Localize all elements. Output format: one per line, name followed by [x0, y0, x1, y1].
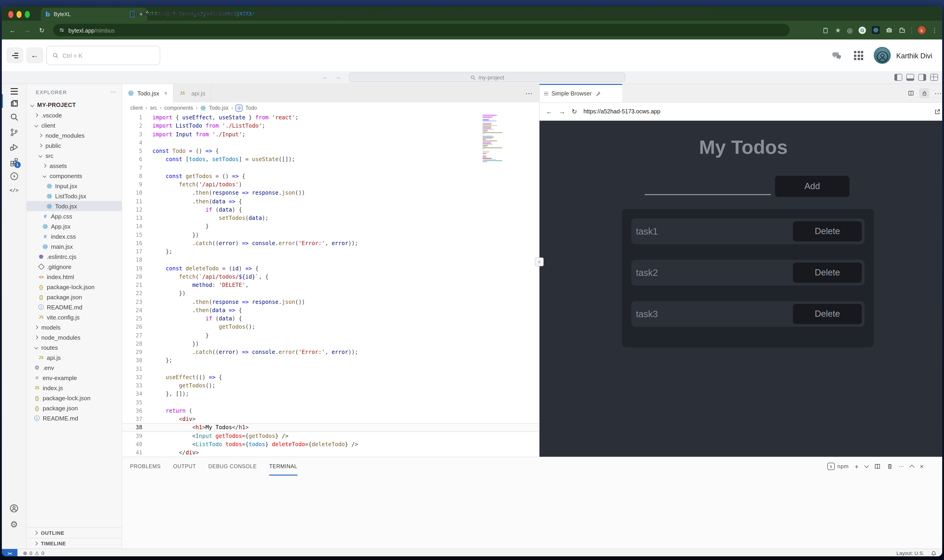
nav-forward-icon[interactable]: →	[559, 108, 565, 115]
history-back-icon[interactable]: ←	[322, 74, 328, 80]
extensions-puzzle-icon[interactable]	[899, 27, 906, 34]
tree-item[interactable]: src	[27, 151, 122, 161]
todo-input-field[interactable]	[645, 180, 771, 195]
maximize-panel-icon[interactable]	[910, 465, 915, 470]
tree-item[interactable]: JSapi.js	[27, 352, 122, 363]
power-tools-icon[interactable]	[2, 169, 26, 184]
extensions-icon[interactable]	[2, 154, 26, 169]
tree-item[interactable]: components	[27, 171, 122, 181]
history-forward-icon[interactable]: →	[335, 74, 341, 80]
minimap[interactable]	[482, 115, 512, 163]
tree-root[interactable]: MY-PROJECT	[27, 100, 122, 110]
code-editor[interactable]: 1import { useEffect, useState } from 're…	[122, 113, 539, 457]
account-icon[interactable]	[2, 501, 26, 515]
tree-item[interactable]: <>index.html	[27, 272, 122, 282]
customize-layout-icon[interactable]	[930, 74, 938, 81]
support-chat-icon[interactable]	[831, 50, 842, 61]
toggle-secondary-sidebar-icon[interactable]	[918, 74, 926, 81]
tree-item[interactable]: JSvite.config.js	[27, 312, 122, 322]
bookmark-star-icon[interactable]: ★	[835, 26, 841, 34]
tree-item[interactable]: #App.css	[27, 211, 122, 221]
browser-forward-button[interactable]: →	[23, 26, 31, 34]
tree-item[interactable]: ⚙.env	[27, 363, 122, 373]
tree-item[interactable]: public	[27, 140, 122, 151]
open-external-icon[interactable]	[934, 108, 941, 115]
command-search-input[interactable]: Ctrl + K	[46, 46, 160, 65]
apps-grid-icon[interactable]	[854, 51, 863, 60]
delete-button[interactable]: Delete	[793, 221, 862, 242]
terminal-dropdown-icon[interactable]	[864, 463, 869, 468]
delete-button[interactable]: Delete	[793, 304, 862, 324]
keyboard-layout[interactable]: Layout: U.S.	[896, 550, 924, 556]
tree-item[interactable]: main.jsx	[27, 242, 122, 252]
outline-section[interactable]: OUTLINE	[27, 528, 122, 538]
tree-item[interactable]: node_modules	[27, 130, 122, 140]
tree-item[interactable]: .eslintrc.cjs	[27, 252, 122, 262]
tree-item[interactable]: Input.jsx	[27, 181, 122, 191]
tree-item[interactable]: ListTodo.jsx	[27, 191, 122, 201]
tree-item[interactable]: {}package.json	[27, 292, 122, 302]
toggle-sidebar-icon[interactable]	[895, 74, 902, 81]
tree-item[interactable]: Todo.jsx	[27, 201, 122, 211]
breadcrumb[interactable]: client› src› components› Todo.jsx› @ Tod…	[122, 102, 539, 113]
notifications-bell-icon[interactable]	[931, 550, 937, 556]
grammarly-icon[interactable]: G	[859, 26, 866, 34]
problems-status[interactable]: ⊗ 0 ⚠ 0	[23, 550, 44, 556]
tree-item[interactable]: {}package-lock.json	[27, 393, 122, 403]
search-view-icon[interactable]	[2, 110, 26, 125]
tree-item[interactable]: ⓘREADME.md	[27, 302, 122, 312]
tree-item[interactable]: client	[27, 120, 122, 130]
sash-handle[interactable]: ≡	[535, 257, 544, 266]
settings-gear-icon[interactable]: ⚙	[2, 517, 26, 532]
pin-icon[interactable]	[595, 91, 601, 97]
tree-item[interactable]: App.jsx	[27, 221, 122, 231]
traffic-zoom-button[interactable]	[25, 11, 30, 18]
terminal-more-icon[interactable]: ⋯	[899, 463, 904, 469]
project-search-box[interactable]: my-project	[349, 72, 625, 82]
chrome-menu-icon[interactable]: ⋮	[932, 27, 938, 34]
tree-item[interactable]: assets	[27, 161, 122, 171]
traffic-minimize-button[interactable]	[17, 11, 22, 18]
new-terminal-icon[interactable]: +	[855, 463, 859, 470]
react-devtools-icon[interactable]	[872, 26, 880, 34]
reading-list-icon[interactable]	[822, 27, 829, 33]
tab-debug-console[interactable]: DEBUG CONSOLE	[208, 457, 257, 475]
close-panel-icon[interactable]: ×	[920, 463, 924, 470]
tab-terminal[interactable]: TERMINAL	[269, 457, 297, 475]
add-todo-button[interactable]: Add	[775, 176, 849, 197]
tree-item[interactable]: .gitignore	[27, 262, 122, 272]
tree-item[interactable]: routes	[27, 342, 122, 352]
tab-api-js[interactable]: JS api.js	[173, 84, 211, 102]
terminal-output[interactable]: [0] [nodemon] starting `node index.js`[1…	[122, 475, 942, 549]
remote-indicator[interactable]: ><	[2, 549, 17, 556]
user-avatar[interactable]	[874, 47, 891, 64]
nav-back-icon[interactable]: ←	[546, 108, 552, 115]
tree-item[interactable]: JSindex.js	[27, 383, 122, 393]
editor-actions-more-icon[interactable]: ⋯	[525, 89, 533, 97]
tree-item[interactable]: node_modules	[27, 332, 122, 342]
tab-todo-jsx[interactable]: Todo.jsx ×	[122, 84, 173, 102]
split-terminal-icon[interactable]	[874, 463, 881, 469]
screenshot-icon[interactable]	[886, 27, 893, 34]
code-view-icon[interactable]: </>	[2, 183, 26, 197]
tree-item[interactable]: .vscode	[27, 110, 122, 120]
timeline-section[interactable]: TIMELINE	[27, 538, 122, 549]
tab-output[interactable]: OUTPUT	[173, 457, 196, 475]
tree-item[interactable]: ≡env-example	[27, 373, 122, 383]
run-debug-icon[interactable]	[2, 140, 26, 154]
address-bar[interactable]: bytexl.app/nimbus	[53, 24, 790, 36]
toggle-panel-icon[interactable]	[906, 74, 914, 81]
browser-back-button[interactable]: ←	[8, 26, 17, 34]
delete-button[interactable]: Delete	[793, 263, 862, 283]
tree-item[interactable]: {}package.json	[27, 403, 122, 413]
preview-url[interactable]: https://a52had-5173.ocws.app	[583, 108, 927, 115]
nav-reload-icon[interactable]: ↻	[571, 108, 577, 115]
chrome-profile-avatar[interactable]: k	[918, 26, 926, 34]
explorer-more-icon[interactable]: ⋯	[111, 89, 116, 95]
tab-close-icon[interactable]: ×	[164, 90, 167, 96]
back-button[interactable]: ←	[26, 47, 43, 63]
tree-item[interactable]: #index.css	[27, 231, 122, 242]
explorer-view-icon[interactable]	[2, 95, 26, 110]
site-settings-icon[interactable]	[59, 27, 65, 33]
tree-item[interactable]: ⓘREADME.md	[27, 413, 122, 423]
